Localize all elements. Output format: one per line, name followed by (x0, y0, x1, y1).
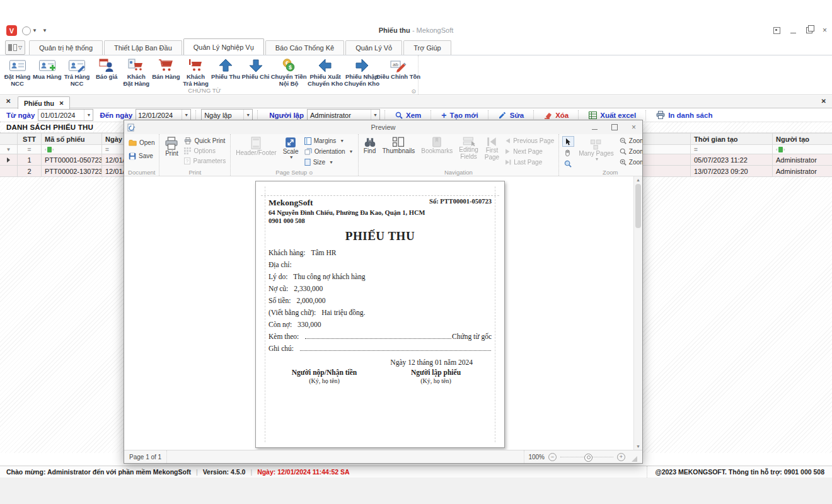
filter-contains-icon: ‹› (776, 147, 785, 152)
zoom-plus-button[interactable]: + (617, 453, 625, 461)
save-button[interactable]: Save (127, 151, 156, 161)
ribbon-item-mua-hang[interactable]: Mua Hàng (32, 57, 62, 81)
cell-created[interactable]: 05/07/2023 11:22 (691, 154, 773, 166)
field-value: Thu công nợ khách hàng (293, 273, 365, 280)
preview-scrollbar[interactable]: ▲ ▼ (633, 176, 642, 450)
ribbon-item-phieu-nhap-chuyen-kho[interactable]: Phiếu Nhập Chuyển Kho (344, 57, 380, 88)
size-button[interactable]: Size▼ (303, 158, 355, 167)
ribbon-group-label: CHỨNG TỪ (0, 87, 409, 94)
cell-creator[interactable]: Administrator (773, 166, 832, 177)
print-button[interactable]: Print (163, 136, 180, 158)
cell-created[interactable]: 13/07/2023 09:20 (691, 166, 773, 177)
ribbon-item-phieu-chi[interactable]: Phiếu Chi (241, 57, 270, 81)
find-button[interactable]: Find (362, 136, 378, 155)
zoom-minus-button[interactable]: − (548, 453, 557, 461)
tab-bao-cao-thong-ke[interactable]: Báo Cáo Thống Kê (265, 40, 344, 55)
thumbnails-button[interactable]: Thumbnails (381, 136, 417, 155)
close-all-tabs-button[interactable]: ✕ (6, 98, 11, 105)
close-button[interactable]: × (823, 26, 827, 35)
column-header-creator[interactable]: Người tạo (773, 133, 832, 145)
doc-tab-label: Phiếu thu (24, 100, 54, 107)
ribbon-item-dieu-chinh-ton[interactable]: ab Điều Chỉnh Tồn (380, 57, 417, 81)
ribbon-item-tra-hang-ncc[interactable]: Trả Hàng NCC (62, 57, 92, 88)
cell-code[interactable]: PTT00001-050723 (42, 154, 102, 166)
smart-tag-icon[interactable] (773, 27, 780, 34)
margins-button[interactable]: Margins▼ (303, 136, 355, 146)
tab-quan-ly-vo[interactable]: Quản Lý Vỏ (345, 40, 402, 55)
signature-left: Người nộp/Nhận tiền (Ký, họ tên) (269, 369, 380, 384)
receipt-page: MekongSoft 64 Nguyễn Đình Chiểu, Phường … (255, 181, 505, 448)
filter-cell-stt[interactable]: = (18, 145, 42, 154)
ribbon-item-dat-hang-ncc[interactable]: Đặt Hàng NCC (3, 57, 32, 88)
cell-stt[interactable]: 1 (18, 154, 42, 166)
ribbon-item-phieu-thu[interactable]: Phiếu Thu (211, 57, 241, 81)
preview-titlebar[interactable]: Preview × (124, 120, 642, 134)
tab-tro-giup[interactable]: Trợ Giúp (403, 40, 451, 55)
from-date-value[interactable] (38, 112, 84, 119)
margin-guide (265, 186, 265, 442)
ribbon-item-khach-dat-hang[interactable]: Khách Đặt Hàng (122, 57, 151, 88)
close-strip-button[interactable]: ✕ (821, 98, 826, 105)
hand-tool-button[interactable] (562, 148, 573, 158)
cell-code[interactable]: PTT00002-130723 (42, 166, 102, 177)
group-launcher-icon[interactable]: ⊙ (309, 170, 313, 176)
column-header-code[interactable]: Mã số phiếu (42, 133, 102, 145)
ribbon-item-khach-tra-hang[interactable]: Khách Trả Hàng (181, 57, 211, 88)
open-button[interactable]: Open (127, 138, 156, 147)
tab-quan-tri-he-thong[interactable]: Quản trị hệ thống (29, 40, 103, 55)
print-label: Print (165, 150, 178, 157)
chevron-down-icon[interactable]: ▼ (182, 110, 190, 120)
quick-print-button[interactable]: Quick Print (183, 136, 227, 146)
zoom-slider[interactable] (560, 457, 613, 457)
chevron-down-icon[interactable]: ▼ (84, 110, 93, 120)
group-launcher-icon[interactable]: ⊙ (411, 88, 416, 94)
scale-button[interactable]: Scale ▼ (281, 136, 301, 160)
zoom-button[interactable]: Zoom▼ (618, 147, 642, 156)
orientation-button[interactable]: Orientation▼ (303, 147, 355, 156)
restore-button[interactable] (806, 27, 812, 33)
scroll-up-icon[interactable]: ▲ (636, 178, 640, 182)
window-title: Phiếu thu - MekongSoft (0, 26, 832, 34)
doc-tab-phieu-thu[interactable]: Phiếu thu ✕ (18, 96, 70, 109)
to-date-value[interactable] (136, 112, 182, 119)
close-tab-icon[interactable]: ✕ (59, 100, 64, 106)
zoom-slider-knob[interactable] (584, 454, 592, 462)
zoom-label: Zoom (629, 148, 642, 155)
edit-button[interactable]: Sửa (494, 112, 529, 119)
pointer-tool-button[interactable] (562, 136, 574, 147)
column-header-created[interactable]: Thời gian tạo (691, 133, 773, 145)
from-date-input[interactable]: ▼ (38, 109, 93, 121)
filter-cell-code[interactable]: ‹› (42, 145, 102, 154)
preview-maximize-button[interactable] (611, 124, 618, 130)
chevron-down-icon[interactable]: ▼ (371, 110, 379, 120)
minimize-button[interactable] (790, 33, 796, 33)
filter-cell-creator[interactable]: ‹› (773, 145, 832, 154)
cell-stt[interactable]: 2 (18, 166, 42, 177)
tab-quan-ly-nghiep-vu[interactable]: Quản Lý Nghiệp Vụ (183, 38, 264, 55)
preview-minimize-button[interactable] (592, 129, 598, 130)
delete-button[interactable]: Xóa (539, 112, 574, 119)
layout-selector-button[interactable]: ▽ (5, 40, 25, 55)
view-button[interactable]: Xem (390, 112, 426, 119)
export-excel-button[interactable]: Xuất excel (584, 112, 641, 119)
zoom-out-button[interactable]: Zoom Out (618, 136, 642, 146)
zoom-in-button[interactable]: Zoom In (618, 158, 642, 167)
create-new-button[interactable]: + Tạo mới (436, 112, 483, 119)
ribbon-item-bao-gia[interactable]: Báo giá (92, 57, 122, 81)
chevron-down-icon[interactable]: ▼ (243, 110, 252, 120)
resize-grip[interactable] (632, 456, 637, 462)
ribbon-item-ban-hang[interactable]: Bán Hàng (151, 57, 181, 81)
cell-creator[interactable]: Administrator (773, 154, 832, 166)
preview-close-button[interactable]: × (632, 123, 636, 132)
scroll-down-icon[interactable]: ▼ (636, 444, 640, 449)
binoculars-icon (364, 137, 376, 147)
tab-thiet-lap-ban-dau[interactable]: Thiết Lập Ban Đầu (104, 40, 182, 55)
filter-cell-created[interactable]: = (691, 145, 773, 154)
print-list-button[interactable]: In danh sách (651, 111, 717, 119)
ribbon-item-phieu-xuat-chuyen-kho[interactable]: Phiếu Xuất Chuyển Kho (307, 57, 344, 88)
ribbon-item-chuyen-tien-noi-bo[interactable]: €$ Chuyển Tiền Nội Bộ (270, 57, 307, 88)
printer-icon (656, 111, 665, 119)
zoom-tool-button[interactable] (562, 159, 573, 168)
column-header-stt[interactable]: STT (18, 133, 42, 145)
scrollbar-thumb[interactable] (635, 184, 641, 228)
